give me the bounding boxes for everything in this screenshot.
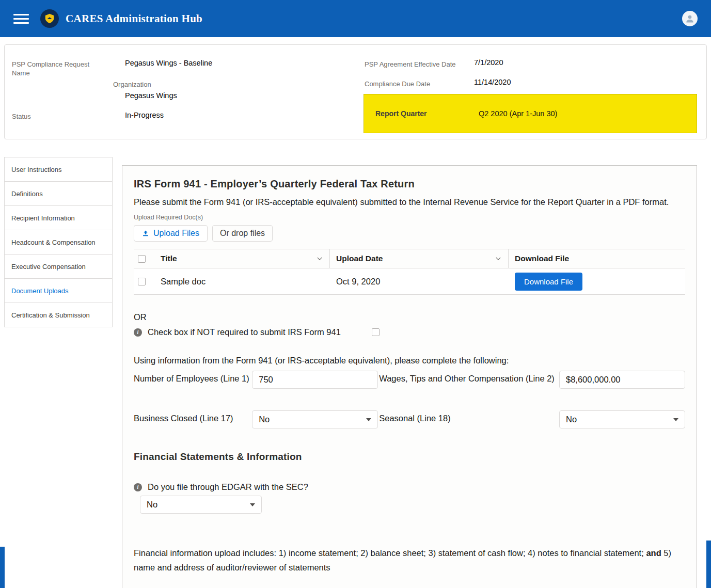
file-title-cell: Sample doc: [154, 277, 330, 287]
note-prefix: Financial information upload includes: 1…: [134, 548, 646, 558]
chevron-down-icon: [316, 255, 323, 262]
row-checkbox[interactable]: [138, 278, 146, 285]
sidebar-item-label: User Instructions: [11, 166, 62, 173]
drop-files-zone[interactable]: Or drop files: [212, 225, 273, 242]
request-name-value: Pegasus Wings - Baseline: [125, 58, 212, 68]
page-background-edge: [0, 547, 5, 588]
user-avatar[interactable]: [682, 11, 698, 26]
seasonal-value: No: [566, 415, 577, 424]
seasonal-select[interactable]: No: [559, 410, 685, 428]
upload-files-button[interactable]: Upload Files: [134, 225, 208, 242]
sidebar-item-label: Recipient Information: [11, 214, 75, 222]
sidebar-item-definitions[interactable]: Definitions: [4, 181, 113, 206]
not-required-checkbox[interactable]: [372, 328, 380, 336]
business-closed-label: Business Closed (Line 17): [134, 410, 252, 428]
seasonal-label: Seasonal (Line 18): [378, 410, 559, 428]
column-header-label: Download File: [515, 254, 569, 263]
sidebar-item-headcount-compensation[interactable]: Headcount & Compensation: [4, 230, 113, 255]
sidebar-item-label: Headcount & Compensation: [11, 239, 96, 246]
note-bold: and: [646, 548, 661, 558]
employees-label: Number of Employees (Line 1): [134, 371, 252, 389]
edgar-question-label: Do you file through EDGAR with the SEC?: [148, 482, 308, 492]
sidebar-item-label: Document Uploads: [11, 287, 69, 295]
organization-value: Pegasus Wings: [125, 91, 177, 101]
section-nav: User Instructions Definitions Recipient …: [4, 157, 113, 327]
upload-icon: [142, 230, 149, 237]
download-file-button[interactable]: Download File: [515, 273, 582, 291]
effective-date-label: PSP Agreement Effective Date: [365, 60, 456, 69]
dropdown-caret-icon: [250, 503, 255, 506]
sidebar-item-user-instructions[interactable]: User Instructions: [4, 157, 113, 182]
employees-input[interactable]: [252, 371, 378, 389]
financial-section-title: Financial Statements & Information: [134, 451, 685, 463]
column-header-download-file: Download File: [509, 249, 685, 268]
column-header-label: Title: [161, 254, 177, 263]
report-quarter-highlight: Report Quarter Q2 2020 (Apr 1-Jun 30): [364, 94, 697, 133]
dropdown-caret-icon: [673, 418, 678, 421]
wages-label: Wages, Tips and Other Compensation (Line…: [378, 371, 559, 389]
column-header-upload-date[interactable]: Upload Date: [330, 249, 509, 268]
app-title: CARES Administration Hub: [66, 12, 202, 25]
business-closed-value: No: [259, 415, 270, 424]
form941-description: Please submit the Form 941 (or IRS-accep…: [134, 195, 684, 209]
report-quarter-label: Report Quarter: [375, 109, 479, 118]
table-header-row: Title Upload Date Download File: [134, 249, 685, 268]
wages-input[interactable]: [559, 371, 685, 389]
sidebar-item-document-uploads[interactable]: Document Uploads: [4, 278, 113, 303]
due-date-value: 11/14/2020: [474, 77, 511, 87]
sidebar-item-executive-compensation[interactable]: Executive Compensation: [4, 254, 113, 279]
app-header: CARES Administration Hub: [0, 0, 711, 37]
info-icon: i: [134, 328, 142, 337]
upload-required-label: Upload Required Doc(s): [134, 214, 685, 221]
sidebar-item-label: Definitions: [11, 190, 43, 198]
sidebar-item-recipient-information[interactable]: Recipient Information: [4, 205, 113, 230]
uploaded-files-table: Title Upload Date Download File Sa: [134, 249, 685, 295]
select-all-checkbox[interactable]: [138, 255, 146, 263]
organization-label: Organization: [113, 80, 151, 89]
business-closed-select[interactable]: No: [252, 410, 378, 428]
drop-files-label: Or drop files: [220, 229, 265, 238]
document-uploads-panel: IRS Form 941 - Employer’s Quarterly Fede…: [122, 165, 697, 588]
page-background-edge: [706, 541, 711, 588]
compliance-summary-card: PSP Compliance Request Name Pegasus Wing…: [4, 44, 707, 139]
column-header-label: Upload Date: [336, 254, 383, 263]
upload-date-cell: Oct 9, 2020: [330, 277, 509, 287]
info-icon: i: [134, 483, 142, 491]
table-row: Sample doc Oct 9, 2020 Download File: [134, 268, 685, 295]
dropdown-caret-icon: [366, 418, 371, 421]
status-value: In-Progress: [125, 110, 164, 120]
status-label: Status: [12, 112, 31, 121]
or-label: OR: [134, 312, 685, 322]
due-date-label: Compliance Due Date: [365, 80, 430, 88]
edgar-value: No: [147, 500, 157, 510]
financial-upload-note: Financial information upload includes: 1…: [134, 546, 684, 575]
chevron-down-icon: [495, 255, 502, 262]
effective-date-value: 7/1/2020: [474, 58, 503, 68]
upload-files-label: Upload Files: [153, 229, 199, 238]
sidebar-item-label: Executive Compensation: [11, 263, 86, 271]
sidebar-item-certification-submission[interactable]: Certification & Submission: [4, 303, 113, 327]
report-quarter-value: Q2 2020 (Apr 1-Jun 30): [479, 109, 557, 118]
app-logo: [40, 9, 59, 28]
form941-title: IRS Form 941 - Employer’s Quarterly Fede…: [134, 178, 685, 190]
not-required-label: Check box if NOT required to submit IRS …: [148, 327, 341, 337]
form941-instructions: Using information from the Form 941 (or …: [134, 356, 685, 365]
person-icon: [685, 13, 695, 24]
sidebar-item-label: Certification & Submission: [11, 311, 90, 319]
request-name-label: PSP Compliance Request Name: [12, 60, 97, 77]
shield-icon: [44, 13, 55, 24]
column-header-title[interactable]: Title: [154, 249, 330, 268]
hamburger-menu-icon[interactable]: [13, 11, 29, 26]
edgar-select[interactable]: No: [140, 496, 262, 514]
